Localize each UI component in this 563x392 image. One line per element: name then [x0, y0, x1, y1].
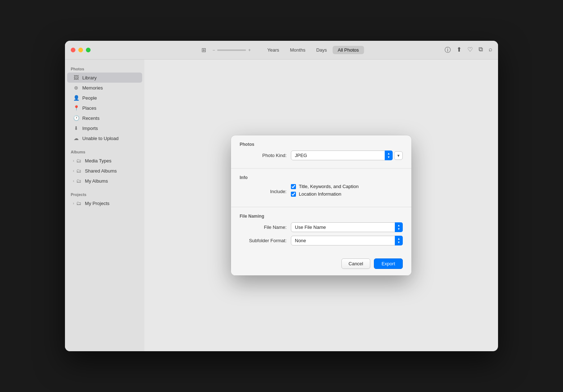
zoom-minus[interactable]: − [213, 48, 215, 53]
zoom-slider[interactable] [217, 49, 246, 51]
sidebar-item-memories[interactable]: ⊕ Memories [67, 83, 142, 93]
cancel-button[interactable]: Cancel [341, 258, 370, 269]
sidebar: Photos 🖼 Library ⊕ Memories 👤 People 📍 P… [65, 60, 144, 351]
dialog-file-naming-title: File Naming [240, 214, 403, 219]
chevron-icon-4: › [73, 201, 74, 205]
file-name-select-container: Use File Name Sequential Date/Time ▲ ▼ [291, 222, 403, 232]
sidebar-item-people[interactable]: 👤 People [67, 93, 142, 103]
sidebar-item-recents[interactable]: 🕐 Recents [67, 113, 142, 123]
search-icon[interactable]: ⌕ [489, 46, 492, 54]
location-label: Location Information [299, 191, 341, 197]
chevron-icon-3: › [73, 179, 74, 183]
sidebar-label-my-projects: My Projects [85, 201, 109, 206]
content-area: Photos Photo Kind: JPEG PNG TIFF Origina… [144, 60, 498, 351]
file-name-row: File Name: Use File Name Sequential Date… [240, 222, 403, 232]
file-name-select[interactable]: Use File Name Sequential Date/Time [291, 222, 403, 232]
sidebar-label-imports: Imports [82, 126, 98, 131]
sidebar-label-my-albums: My Albums [85, 178, 108, 184]
sidebar-section-albums: Albums [65, 147, 144, 156]
dialog-info-title: Info [240, 175, 403, 180]
photo-kind-label: Photo Kind: [240, 153, 287, 158]
sidebar-label-memories: Memories [82, 85, 103, 91]
sidebar-label-shared-albums: Shared Albums [85, 168, 117, 174]
photo-kind-dropdown-btn[interactable]: ▾ [394, 151, 403, 160]
export-button[interactable]: Export [374, 258, 403, 269]
sidebar-item-places[interactable]: 📍 Places [67, 103, 142, 113]
include-label: Include: [240, 189, 287, 194]
info-icon[interactable]: ⓘ [445, 46, 451, 54]
share-icon[interactable]: ⬆ [457, 46, 462, 54]
my-albums-icon: 🗂 [75, 178, 82, 184]
sidebar-item-my-projects[interactable]: › 🗂 My Projects [67, 198, 142, 208]
zoom-slider-area: − + [213, 48, 251, 53]
tab-all-photos[interactable]: All Photos [333, 46, 364, 54]
close-button[interactable] [71, 48, 75, 52]
export-dialog: Photos Photo Kind: JPEG PNG TIFF Origina… [231, 135, 411, 275]
my-projects-icon: 🗂 [75, 200, 82, 206]
photo-kind-row: Photo Kind: JPEG PNG TIFF Original [240, 151, 403, 160]
file-name-label: File Name: [240, 225, 287, 230]
view-tabs: Years Months Days All Photos [262, 46, 364, 54]
sidebar-label-unable-upload: Unable to Upload [82, 136, 118, 141]
titlebar-center: ⊞ − + Years Months Days All Photos [199, 46, 364, 54]
photo-kind-select[interactable]: JPEG PNG TIFF Original [291, 151, 393, 160]
title-bar: ⊞ − + Years Months Days All Photos ⓘ ⬆ ♡… [65, 41, 498, 60]
sidebar-label-library: Library [82, 75, 97, 80]
dialog-file-naming-section: File Naming File Name: Use File Name Seq… [231, 207, 411, 253]
imports-icon: ⬇ [73, 125, 79, 131]
sidebar-label-recents: Recents [82, 116, 100, 121]
checkbox-row-1: Title, Keywords, and Caption [291, 184, 359, 189]
dialog-overlay: Photos Photo Kind: JPEG PNG TIFF Origina… [144, 60, 498, 351]
dialog-photos-title: Photos [240, 142, 403, 147]
sidebar-item-media-types[interactable]: › 🗂 Media Types [67, 156, 142, 166]
dialog-info-section: Info Include: Title, Keywords, and Capti… [231, 169, 411, 207]
location-checkbox[interactable] [291, 192, 296, 197]
media-types-icon: 🗂 [75, 157, 82, 164]
sidebar-label-places: Places [82, 105, 96, 111]
sidebar-section-projects: Projects [65, 190, 144, 198]
places-icon: 📍 [73, 105, 79, 111]
sidebar-label-people: People [82, 95, 97, 101]
heart-icon[interactable]: ♡ [467, 46, 473, 54]
sidebar-item-my-albums[interactable]: › 🗂 My Albums [67, 176, 142, 186]
subfolder-format-row: Subfolder Format: None Moment Name One F… [240, 236, 403, 245]
tab-months[interactable]: Months [285, 46, 311, 54]
library-icon: 🖼 [73, 74, 79, 81]
sidebar-item-imports[interactable]: ⬇ Imports [67, 123, 142, 133]
memories-icon: ⊕ [73, 84, 79, 91]
titlebar-right-icons: ⓘ ⬆ ♡ ⧉ ⌕ [445, 46, 492, 54]
recents-icon: 🕐 [73, 115, 79, 121]
subfolder-format-label: Subfolder Format: [240, 238, 287, 243]
mac-window: ⊞ − + Years Months Days All Photos ⓘ ⬆ ♡… [65, 41, 498, 351]
maximize-button[interactable] [86, 48, 91, 52]
people-icon: 👤 [73, 95, 79, 101]
upload-icon: ☁ [73, 135, 79, 141]
grid-icon[interactable]: ⧉ [479, 46, 483, 54]
photo-kind-select-container: JPEG PNG TIFF Original ▲ ▼ [291, 151, 393, 160]
tab-days[interactable]: Days [311, 46, 332, 54]
nav-display-button[interactable]: ⊞ [199, 46, 208, 54]
sidebar-item-library[interactable]: 🖼 Library [67, 73, 142, 83]
traffic-lights [71, 48, 91, 52]
chevron-icon: › [73, 159, 74, 163]
shared-albums-icon: 🗂 [75, 167, 82, 174]
dialog-buttons: Cancel Export [231, 253, 411, 275]
title-keywords-checkbox[interactable] [291, 184, 296, 189]
minimize-button[interactable] [78, 48, 83, 52]
include-checkboxes: Title, Keywords, and Caption Location In… [291, 184, 359, 199]
sidebar-section-photos: Photos [65, 64, 144, 73]
sidebar-item-shared-albums[interactable]: › 🗂 Shared Albums [67, 166, 142, 176]
subfolder-format-select[interactable]: None Moment Name One Folder Per Day One … [291, 236, 403, 245]
photo-kind-wrapper: JPEG PNG TIFF Original ▲ ▼ [291, 151, 403, 160]
chevron-icon-2: › [73, 169, 74, 173]
tab-years[interactable]: Years [262, 46, 284, 54]
subfolder-select-container: None Moment Name One Folder Per Day One … [291, 236, 403, 245]
include-row: Include: Title, Keywords, and Caption Lo… [240, 184, 403, 199]
sidebar-item-unable-upload[interactable]: ☁ Unable to Upload [67, 133, 142, 143]
checkbox-row-2: Location Information [291, 191, 359, 197]
dialog-photos-section: Photos Photo Kind: JPEG PNG TIFF Origina… [231, 135, 411, 168]
title-keywords-label: Title, Keywords, and Caption [299, 184, 359, 189]
zoom-plus[interactable]: + [248, 48, 251, 53]
sidebar-label-media-types: Media Types [85, 158, 111, 164]
main-content: Photos 🖼 Library ⊕ Memories 👤 People 📍 P… [65, 60, 498, 351]
